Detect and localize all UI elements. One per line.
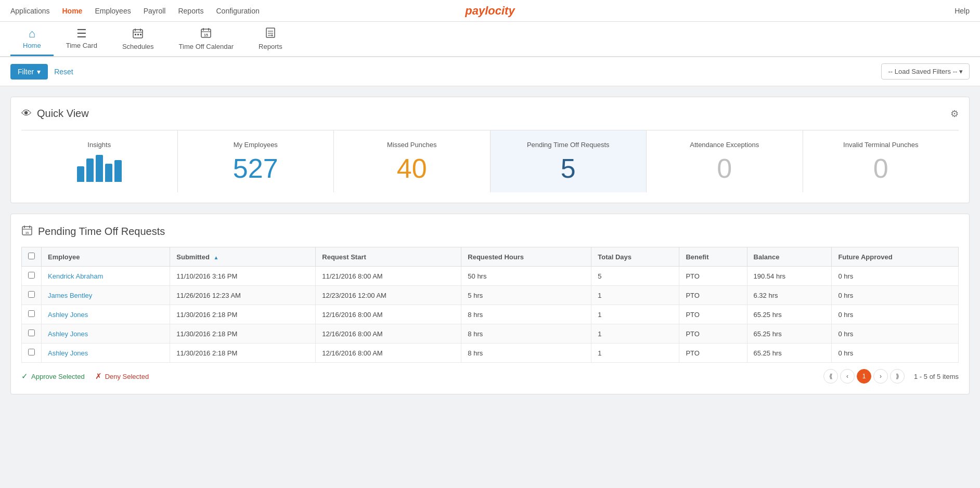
row-checkbox-3[interactable]	[28, 329, 35, 336]
pending-calendar-icon: 15	[21, 225, 33, 239]
header-requested-hours: Requested Hours	[461, 247, 591, 267]
bar-5	[114, 160, 122, 182]
row-requested-hours: 8 hrs	[461, 324, 591, 344]
row-submitted: 11/30/2016 2:18 PM	[170, 344, 316, 363]
icon-nav-time-card[interactable]: ☰ Time Card	[54, 23, 110, 56]
pending-requests-section: 15 Pending Time Off Requests Employee Su…	[10, 214, 970, 394]
pagination-info: 1 - 5 of 5 items	[914, 373, 959, 380]
icon-nav-home-label: Home	[23, 42, 41, 49]
table-header-row: Employee Submitted ▲ Request Start Reque…	[22, 247, 959, 267]
approve-label: Approve Selected	[31, 373, 85, 380]
row-checkbox-2[interactable]	[28, 310, 35, 317]
nav-applications[interactable]: Applications	[10, 2, 50, 20]
row-checkbox-4[interactable]	[28, 349, 35, 355]
nav-configuration[interactable]: Configuration	[216, 2, 260, 20]
pagination-next[interactable]: ›	[873, 369, 888, 384]
row-requested-hours: 50 hrs	[461, 267, 591, 286]
header-submitted[interactable]: Submitted ▲	[170, 247, 316, 267]
pagination-last[interactable]: ⟫	[890, 369, 905, 384]
metric-pending-timeoff[interactable]: Pending Time Off Requests 5	[491, 130, 647, 192]
row-requested-hours: 8 hrs	[461, 305, 591, 324]
invalid-terminal-label: Invalid Terminal Punches	[843, 141, 918, 149]
bar-2	[86, 159, 94, 182]
invalid-terminal-value: 0	[873, 155, 888, 182]
row-checkbox-1[interactable]	[28, 291, 35, 298]
icon-nav-home[interactable]: ⌂ Home	[10, 23, 54, 56]
pagination-first[interactable]: ⟪	[823, 369, 838, 384]
nav-reports[interactable]: Reports	[178, 2, 203, 20]
row-employee: Ashley Jones	[42, 324, 170, 344]
filter-bar-right: -- Load Saved Filters -- ▾	[881, 63, 970, 80]
row-benefit: PTO	[679, 286, 747, 305]
icon-nav-time-off-calendar[interactable]: 15 Time Off Calendar	[166, 22, 247, 57]
my-employees-value: 527	[233, 155, 278, 182]
svg-rect-12	[266, 28, 275, 37]
quick-view-title: 👁 Quick View	[21, 108, 89, 120]
employee-link-2[interactable]: Ashley Jones	[48, 311, 88, 319]
table-row: Ashley Jones 11/30/2016 2:18 PM 12/16/20…	[22, 324, 959, 344]
filter-button[interactable]: Filter ▾	[10, 64, 48, 80]
row-total-days: 1	[591, 286, 679, 305]
row-benefit: PTO	[679, 324, 747, 344]
bar-4	[105, 164, 112, 182]
icon-nav-reports[interactable]: Reports	[246, 22, 295, 57]
approve-icon: ✓	[21, 372, 28, 381]
icon-nav-schedules[interactable]: Schedules	[110, 22, 166, 57]
table-footer-right: ⟪ ‹ 1 › ⟫ 1 - 5 of 5 items	[823, 369, 959, 384]
home-icon: ⌂	[29, 28, 35, 39]
icon-nav-bar: ⌂ Home ☰ Time Card Schedules	[0, 22, 980, 57]
icon-nav-schedules-label: Schedules	[122, 43, 154, 50]
row-future-approved: 0 hrs	[832, 344, 959, 363]
metric-attendance-exceptions[interactable]: Attendance Exceptions 0	[647, 130, 803, 192]
pagination-prev[interactable]: ‹	[840, 369, 855, 384]
employee-link-0[interactable]: Kendrick Abraham	[48, 272, 103, 280]
row-balance: 65.25 hrs	[747, 305, 832, 324]
nav-employees[interactable]: Employees	[95, 2, 131, 20]
missed-punches-value: 40	[397, 155, 427, 182]
employee-link-1[interactable]: James Bentley	[48, 292, 92, 299]
top-nav-left: Applications Home Employees Payroll Repo…	[10, 2, 260, 20]
reports-icon	[265, 27, 276, 41]
pending-requests-table: Employee Submitted ▲ Request Start Reque…	[21, 247, 959, 363]
svg-rect-5	[137, 34, 139, 35]
metric-missed-punches[interactable]: Missed Punches 40	[334, 130, 491, 192]
employee-link-4[interactable]: Ashley Jones	[48, 349, 88, 357]
reset-button[interactable]: Reset	[54, 68, 73, 76]
row-future-approved: 0 hrs	[832, 305, 959, 324]
row-submitted: 11/30/2016 2:18 PM	[170, 305, 316, 324]
select-all-checkbox[interactable]	[28, 253, 35, 259]
employee-link-3[interactable]: Ashley Jones	[48, 330, 88, 338]
settings-button[interactable]: ⚙	[950, 108, 959, 120]
metric-invalid-terminal[interactable]: Invalid Terminal Punches 0	[803, 130, 959, 192]
bar-1	[77, 166, 84, 182]
table-row: Kendrick Abraham 11/10/2016 3:16 PM 11/2…	[22, 267, 959, 286]
nav-payroll[interactable]: Payroll	[144, 2, 166, 20]
approve-selected-button[interactable]: ✓ Approve Selected	[21, 370, 85, 383]
bar-3	[96, 155, 103, 182]
metric-insights[interactable]: Insights	[21, 130, 178, 192]
row-total-days: 5	[591, 267, 679, 286]
pagination-page-1[interactable]: 1	[857, 369, 871, 384]
table-row: James Bentley 11/26/2016 12:23 AM 12/23/…	[22, 286, 959, 305]
row-benefit: PTO	[679, 305, 747, 324]
row-checkbox-0[interactable]	[28, 272, 35, 279]
table-footer-left: ✓ Approve Selected ✗ Deny Selected	[21, 370, 149, 383]
deny-selected-button[interactable]: ✗ Deny Selected	[95, 370, 149, 383]
my-employees-label: My Employees	[234, 141, 278, 149]
help-link[interactable]: Help	[955, 7, 970, 15]
table-row: Ashley Jones 11/30/2016 2:18 PM 12/16/20…	[22, 305, 959, 324]
top-nav-bar: Applications Home Employees Payroll Repo…	[0, 0, 980, 22]
quick-view-header: 👁 Quick View ⚙	[21, 108, 959, 120]
nav-home[interactable]: Home	[62, 2, 83, 20]
icon-nav-reports-label: Reports	[259, 43, 282, 50]
filter-bar-left: Filter ▾ Reset	[10, 64, 73, 80]
svg-rect-6	[140, 34, 141, 35]
row-balance: 190.54 hrs	[747, 267, 832, 286]
pending-requests-title-text: Pending Time Off Requests	[38, 226, 165, 238]
row-future-approved: 0 hrs	[832, 324, 959, 344]
row-checkbox-cell	[22, 305, 42, 324]
metric-my-employees[interactable]: My Employees 527	[178, 130, 334, 192]
row-future-approved: 0 hrs	[832, 286, 959, 305]
load-filters-button[interactable]: -- Load Saved Filters -- ▾	[881, 63, 970, 80]
row-request-start: 12/16/2016 8:00 AM	[316, 324, 461, 344]
